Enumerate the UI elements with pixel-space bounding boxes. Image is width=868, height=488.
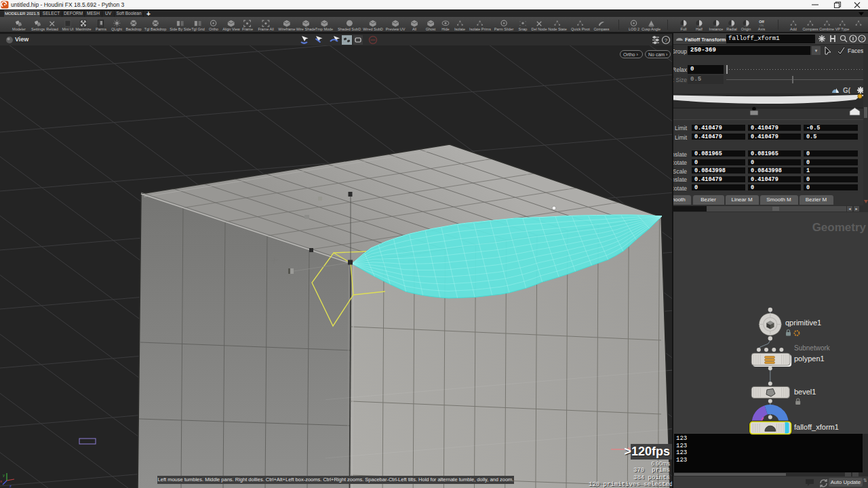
svg-text:?: ? [665, 37, 668, 43]
svg-text:ITR: ITR [714, 25, 718, 28]
svg-text:?: ? [861, 36, 864, 42]
svg-text:x: x [0, 479, 2, 483]
svg-text:ITR: ITR [730, 25, 734, 28]
svg-text:Faces: Faces [848, 47, 863, 54]
svg-text:ON: ON [760, 24, 764, 27]
svg-text:z: z [9, 484, 12, 488]
svg-text:ITR: ITR [697, 25, 701, 28]
svg-text:y: y [3, 473, 5, 477]
svg-text:ITR: ITR [744, 25, 748, 28]
svg-text:ITR: ITR [682, 25, 686, 28]
svg-text:Falloff Transform: Falloff Transform [685, 37, 726, 43]
